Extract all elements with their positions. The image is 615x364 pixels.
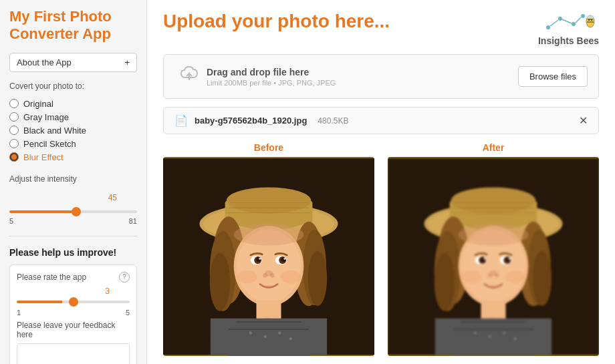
improve-title: Please help us improve!: [9, 247, 137, 258]
radio-bw[interactable]: [9, 126, 19, 135]
close-file-icon[interactable]: ✕: [579, 114, 588, 127]
svg-point-86: [505, 270, 525, 284]
file-document-icon: 📄: [174, 114, 188, 127]
svg-point-81: [508, 258, 510, 260]
svg-point-61: [451, 188, 535, 214]
insights-brand: Insights Bees: [538, 11, 599, 46]
feedback-label: Please leave your feedback here: [17, 321, 130, 339]
dropdown-icon: +: [124, 57, 130, 67]
svg-point-84: [495, 273, 499, 278]
svg-point-40: [283, 258, 285, 260]
svg-point-12: [588, 19, 590, 21]
svg-point-11: [590, 15, 595, 18]
feedback-textarea[interactable]: [17, 343, 130, 364]
rating-slider[interactable]: [17, 301, 130, 303]
option-gray[interactable]: Gray Image: [9, 112, 137, 122]
svg-point-70: [533, 250, 551, 306]
svg-point-13: [591, 19, 592, 21]
svg-point-1: [558, 17, 562, 21]
svg-point-45: [280, 270, 301, 284]
about-dropdown-label: About the App: [17, 57, 72, 67]
after-image: [388, 157, 599, 356]
svg-point-85: [461, 270, 482, 284]
svg-point-93: [488, 335, 491, 338]
main-header: Upload your photo here...: [163, 11, 599, 46]
svg-point-44: [237, 270, 257, 284]
radio-blur[interactable]: [9, 152, 19, 162]
svg-point-20: [227, 188, 311, 214]
svg-point-29: [308, 250, 327, 306]
after-panel: After: [388, 142, 599, 356]
svg-point-2: [572, 22, 576, 26]
before-panel: Before: [163, 142, 374, 356]
svg-point-92: [474, 331, 477, 334]
svg-rect-89: [435, 319, 551, 355]
svg-point-42: [263, 273, 267, 278]
intensity-value: 45: [9, 193, 137, 202]
svg-point-83: [487, 273, 492, 278]
intensity-slider-container: 45 5 81: [9, 193, 137, 225]
rating-minmax: 1 5: [17, 309, 130, 317]
file-limit-text: Limit 200MB per file • JPG, PNG, JPEG: [207, 79, 336, 87]
before-after-container: Before: [163, 142, 599, 356]
radio-original[interactable]: [9, 99, 19, 108]
svg-point-54: [289, 337, 292, 340]
svg-point-95: [514, 337, 517, 340]
convert-label: Covert your photo to:: [9, 81, 137, 91]
svg-point-80: [483, 258, 485, 260]
upload-cloud-icon: [174, 64, 199, 89]
rate-label: Please rate the app: [17, 272, 86, 282]
radio-gray[interactable]: [9, 112, 19, 122]
file-name: baby-g576562b4b_1920.jpg: [195, 116, 307, 126]
rating-value: 3: [17, 287, 130, 296]
svg-point-39: [259, 258, 261, 260]
about-dropdown[interactable]: About the App +: [9, 53, 137, 72]
insights-logo-icon: [541, 11, 595, 34]
app-title: My First Photo Converter App: [9, 8, 137, 43]
feedback-box: Please rate the app ? 3 1 5 Please leave…: [9, 264, 137, 364]
divider: [9, 236, 137, 236]
upload-left: Drag and drop file here Limit 200MB per …: [174, 64, 336, 89]
file-info-row: 📄 baby-g576562b4b_1920.jpg 480.5KB ✕: [163, 107, 599, 134]
option-blur[interactable]: Blur Effect: [9, 152, 137, 162]
main-content: Upload your photo here...: [147, 0, 615, 364]
drag-drop-text: Drag and drop file here: [207, 67, 336, 77]
conversion-options: Original Gray Image Black and White Penc…: [9, 99, 137, 162]
before-label: Before: [254, 142, 283, 153]
svg-point-94: [503, 331, 505, 334]
file-size: 480.5KB: [318, 116, 348, 126]
option-bw[interactable]: Black and White: [9, 126, 137, 136]
svg-point-69: [435, 253, 455, 311]
before-image: [163, 157, 374, 356]
option-original[interactable]: Original: [9, 99, 137, 109]
svg-point-51: [249, 331, 252, 334]
svg-line-6: [576, 17, 581, 23]
brand-name: Insights Bees: [538, 35, 599, 46]
svg-point-32: [234, 224, 304, 246]
svg-point-28: [210, 253, 231, 311]
svg-rect-48: [211, 319, 327, 355]
intensity-label: Adjust the intensity: [9, 174, 137, 184]
svg-point-43: [270, 273, 275, 278]
svg-line-5: [562, 19, 572, 23]
option-pencil[interactable]: Pencil Sketch: [9, 139, 137, 149]
svg-point-52: [263, 335, 266, 338]
rate-label-row: Please rate the app ?: [17, 272, 130, 283]
radio-pencil[interactable]: [9, 139, 19, 148]
upload-title: Upload your photo here...: [163, 11, 390, 32]
upload-text: Drag and drop file here Limit 200MB per …: [207, 67, 336, 87]
svg-point-0: [546, 25, 550, 29]
intensity-minmax: 5 81: [9, 217, 137, 225]
file-info-left: 📄 baby-g576562b4b_1920.jpg 480.5KB: [174, 114, 348, 127]
intensity-slider[interactable]: [9, 210, 137, 213]
help-icon[interactable]: ?: [119, 272, 130, 283]
after-label: After: [483, 142, 505, 153]
upload-drop-area[interactable]: Drag and drop file here Limit 200MB per …: [163, 54, 599, 99]
browse-files-button[interactable]: Browse files: [518, 66, 588, 87]
svg-line-4: [550, 20, 558, 26]
svg-point-73: [459, 224, 529, 246]
svg-point-3: [581, 14, 585, 18]
svg-point-53: [278, 331, 281, 334]
sidebar: My First Photo Converter App About the A…: [0, 0, 147, 364]
